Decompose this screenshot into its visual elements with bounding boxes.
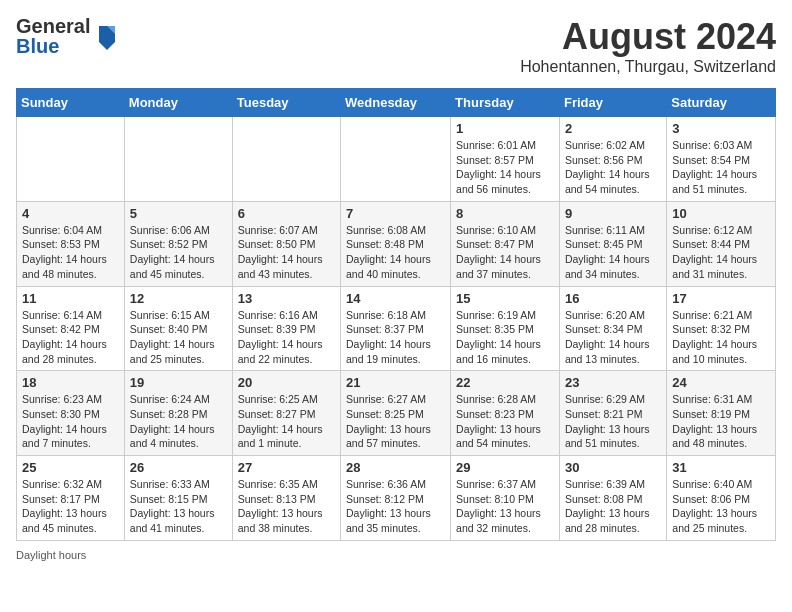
day-info: Sunrise: 6:01 AM Sunset: 8:57 PM Dayligh… <box>456 138 554 197</box>
week-row-3: 11Sunrise: 6:14 AM Sunset: 8:42 PM Dayli… <box>17 286 776 371</box>
day-number: 23 <box>565 375 661 390</box>
day-cell: 17Sunrise: 6:21 AM Sunset: 8:32 PM Dayli… <box>667 286 776 371</box>
day-number: 22 <box>456 375 554 390</box>
day-info: Sunrise: 6:20 AM Sunset: 8:34 PM Dayligh… <box>565 308 661 367</box>
day-cell: 22Sunrise: 6:28 AM Sunset: 8:23 PM Dayli… <box>451 371 560 456</box>
header-cell-sunday: Sunday <box>17 89 125 117</box>
day-number: 19 <box>130 375 227 390</box>
logo: General Blue <box>16 16 119 56</box>
day-info: Sunrise: 6:33 AM Sunset: 8:15 PM Dayligh… <box>130 477 227 536</box>
header-cell-tuesday: Tuesday <box>232 89 340 117</box>
day-cell: 29Sunrise: 6:37 AM Sunset: 8:10 PM Dayli… <box>451 456 560 541</box>
day-info: Sunrise: 6:10 AM Sunset: 8:47 PM Dayligh… <box>456 223 554 282</box>
day-number: 17 <box>672 291 770 306</box>
day-info: Sunrise: 6:29 AM Sunset: 8:21 PM Dayligh… <box>565 392 661 451</box>
day-info: Sunrise: 6:14 AM Sunset: 8:42 PM Dayligh… <box>22 308 119 367</box>
day-info: Sunrise: 6:04 AM Sunset: 8:53 PM Dayligh… <box>22 223 119 282</box>
logo-blue-text: Blue <box>16 36 90 56</box>
day-number: 8 <box>456 206 554 221</box>
day-cell: 12Sunrise: 6:15 AM Sunset: 8:40 PM Dayli… <box>124 286 232 371</box>
day-number: 26 <box>130 460 227 475</box>
header-cell-saturday: Saturday <box>667 89 776 117</box>
day-cell <box>17 117 125 202</box>
day-info: Sunrise: 6:23 AM Sunset: 8:30 PM Dayligh… <box>22 392 119 451</box>
day-cell: 20Sunrise: 6:25 AM Sunset: 8:27 PM Dayli… <box>232 371 340 456</box>
day-info: Sunrise: 6:11 AM Sunset: 8:45 PM Dayligh… <box>565 223 661 282</box>
day-cell <box>124 117 232 202</box>
day-number: 28 <box>346 460 445 475</box>
day-number: 1 <box>456 121 554 136</box>
day-number: 15 <box>456 291 554 306</box>
day-info: Sunrise: 6:39 AM Sunset: 8:08 PM Dayligh… <box>565 477 661 536</box>
day-cell: 5Sunrise: 6:06 AM Sunset: 8:52 PM Daylig… <box>124 201 232 286</box>
day-number: 16 <box>565 291 661 306</box>
day-info: Sunrise: 6:24 AM Sunset: 8:28 PM Dayligh… <box>130 392 227 451</box>
week-row-4: 18Sunrise: 6:23 AM Sunset: 8:30 PM Dayli… <box>17 371 776 456</box>
day-cell: 16Sunrise: 6:20 AM Sunset: 8:34 PM Dayli… <box>559 286 666 371</box>
day-number: 5 <box>130 206 227 221</box>
day-number: 30 <box>565 460 661 475</box>
calendar-table: SundayMondayTuesdayWednesdayThursdayFrid… <box>16 88 776 541</box>
day-info: Sunrise: 6:28 AM Sunset: 8:23 PM Dayligh… <box>456 392 554 451</box>
day-cell: 1Sunrise: 6:01 AM Sunset: 8:57 PM Daylig… <box>451 117 560 202</box>
day-info: Sunrise: 6:21 AM Sunset: 8:32 PM Dayligh… <box>672 308 770 367</box>
day-cell: 27Sunrise: 6:35 AM Sunset: 8:13 PM Dayli… <box>232 456 340 541</box>
day-number: 18 <box>22 375 119 390</box>
day-number: 4 <box>22 206 119 221</box>
day-cell: 10Sunrise: 6:12 AM Sunset: 8:44 PM Dayli… <box>667 201 776 286</box>
day-number: 10 <box>672 206 770 221</box>
day-number: 24 <box>672 375 770 390</box>
day-info: Sunrise: 6:06 AM Sunset: 8:52 PM Dayligh… <box>130 223 227 282</box>
day-info: Sunrise: 6:02 AM Sunset: 8:56 PM Dayligh… <box>565 138 661 197</box>
header-cell-wednesday: Wednesday <box>341 89 451 117</box>
day-info: Sunrise: 6:25 AM Sunset: 8:27 PM Dayligh… <box>238 392 335 451</box>
day-number: 31 <box>672 460 770 475</box>
header-cell-thursday: Thursday <box>451 89 560 117</box>
day-cell <box>341 117 451 202</box>
day-number: 29 <box>456 460 554 475</box>
day-cell: 9Sunrise: 6:11 AM Sunset: 8:45 PM Daylig… <box>559 201 666 286</box>
day-cell: 4Sunrise: 6:04 AM Sunset: 8:53 PM Daylig… <box>17 201 125 286</box>
day-cell: 15Sunrise: 6:19 AM Sunset: 8:35 PM Dayli… <box>451 286 560 371</box>
day-number: 11 <box>22 291 119 306</box>
day-number: 2 <box>565 121 661 136</box>
day-info: Sunrise: 6:15 AM Sunset: 8:40 PM Dayligh… <box>130 308 227 367</box>
day-cell: 26Sunrise: 6:33 AM Sunset: 8:15 PM Dayli… <box>124 456 232 541</box>
day-info: Sunrise: 6:18 AM Sunset: 8:37 PM Dayligh… <box>346 308 445 367</box>
subtitle: Hohentannen, Thurgau, Switzerland <box>520 58 776 76</box>
day-number: 7 <box>346 206 445 221</box>
day-number: 3 <box>672 121 770 136</box>
day-number: 20 <box>238 375 335 390</box>
day-cell: 23Sunrise: 6:29 AM Sunset: 8:21 PM Dayli… <box>559 371 666 456</box>
day-info: Sunrise: 6:31 AM Sunset: 8:19 PM Dayligh… <box>672 392 770 451</box>
day-number: 6 <box>238 206 335 221</box>
main-title: August 2024 <box>520 16 776 58</box>
day-number: 9 <box>565 206 661 221</box>
day-info: Sunrise: 6:32 AM Sunset: 8:17 PM Dayligh… <box>22 477 119 536</box>
day-info: Sunrise: 6:36 AM Sunset: 8:12 PM Dayligh… <box>346 477 445 536</box>
day-cell: 2Sunrise: 6:02 AM Sunset: 8:56 PM Daylig… <box>559 117 666 202</box>
day-cell: 28Sunrise: 6:36 AM Sunset: 8:12 PM Dayli… <box>341 456 451 541</box>
day-info: Sunrise: 6:35 AM Sunset: 8:13 PM Dayligh… <box>238 477 335 536</box>
day-cell: 6Sunrise: 6:07 AM Sunset: 8:50 PM Daylig… <box>232 201 340 286</box>
day-info: Sunrise: 6:19 AM Sunset: 8:35 PM Dayligh… <box>456 308 554 367</box>
day-cell: 30Sunrise: 6:39 AM Sunset: 8:08 PM Dayli… <box>559 456 666 541</box>
day-info: Sunrise: 6:40 AM Sunset: 8:06 PM Dayligh… <box>672 477 770 536</box>
day-number: 25 <box>22 460 119 475</box>
calendar-header: SundayMondayTuesdayWednesdayThursdayFrid… <box>17 89 776 117</box>
day-cell: 8Sunrise: 6:10 AM Sunset: 8:47 PM Daylig… <box>451 201 560 286</box>
day-info: Sunrise: 6:12 AM Sunset: 8:44 PM Dayligh… <box>672 223 770 282</box>
title-area: August 2024 Hohentannen, Thurgau, Switze… <box>520 16 776 76</box>
day-info: Sunrise: 6:08 AM Sunset: 8:48 PM Dayligh… <box>346 223 445 282</box>
day-cell: 18Sunrise: 6:23 AM Sunset: 8:30 PM Dayli… <box>17 371 125 456</box>
week-row-2: 4Sunrise: 6:04 AM Sunset: 8:53 PM Daylig… <box>17 201 776 286</box>
day-cell: 13Sunrise: 6:16 AM Sunset: 8:39 PM Dayli… <box>232 286 340 371</box>
day-info: Sunrise: 6:03 AM Sunset: 8:54 PM Dayligh… <box>672 138 770 197</box>
day-number: 12 <box>130 291 227 306</box>
day-cell: 11Sunrise: 6:14 AM Sunset: 8:42 PM Dayli… <box>17 286 125 371</box>
day-number: 14 <box>346 291 445 306</box>
header-row: SundayMondayTuesdayWednesdayThursdayFrid… <box>17 89 776 117</box>
day-cell <box>232 117 340 202</box>
footer: Daylight hours <box>16 549 776 561</box>
day-cell: 25Sunrise: 6:32 AM Sunset: 8:17 PM Dayli… <box>17 456 125 541</box>
